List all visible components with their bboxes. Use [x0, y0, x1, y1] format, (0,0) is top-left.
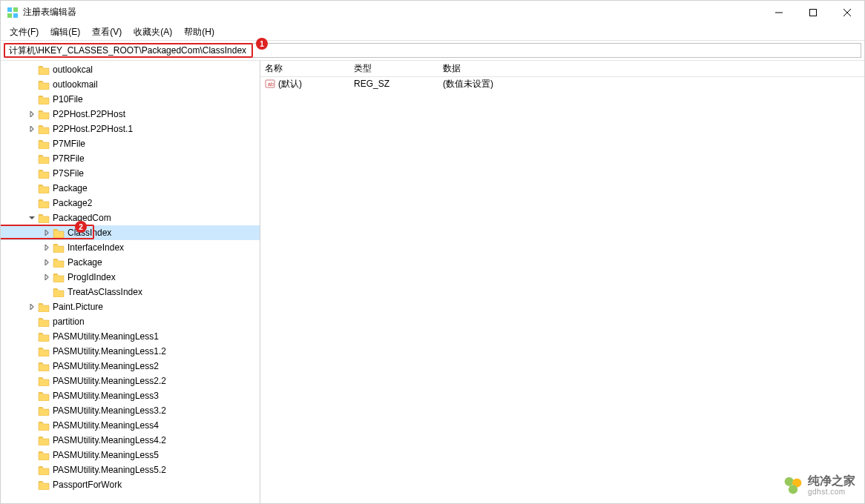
tree-item[interactable]: Paint.Picture — [1, 299, 260, 314]
tree-item-label: P10File — [53, 94, 83, 105]
folder-icon — [38, 109, 50, 119]
tree-item-label: PASMUtility.MeaningLess1.2 — [53, 346, 166, 357]
folder-icon — [53, 242, 65, 253]
address-path: 计算机\HKEY_CLASSES_ROOT\PackagedCom\ClassI… — [9, 44, 246, 57]
chevron-right-icon[interactable] — [42, 273, 51, 282]
expander-placeholder — [27, 421, 36, 430]
tree-item-label: Paint.Picture — [53, 302, 103, 312]
tree-item[interactable]: PASMUtility.MeaningLess1 — [1, 329, 260, 344]
menu-edit[interactable]: 编辑(E) — [45, 24, 86, 40]
folder-icon — [38, 198, 50, 208]
svg-rect-5 — [810, 9, 817, 16]
expander-placeholder — [27, 154, 36, 163]
folder-icon — [38, 64, 50, 75]
col-header-type[interactable]: 类型 — [349, 62, 438, 75]
tree-item[interactable]: P10File — [1, 92, 260, 107]
col-header-data[interactable]: 数据 — [438, 62, 864, 75]
folder-icon — [38, 391, 50, 401]
menu-help[interactable]: 帮助(H) — [178, 24, 220, 40]
svg-rect-0 — [7, 7, 12, 12]
tree-item[interactable]: P2PHost.P2PHost.1 — [1, 122, 260, 136]
tree-item[interactable]: PackagedCom — [1, 210, 260, 225]
tree-item[interactable]: PASMUtility.MeaningLess1.2 — [1, 344, 260, 359]
chevron-down-icon[interactable] — [27, 213, 36, 222]
tree-item-label: PASMUtility.MeaningLess4.2 — [53, 435, 166, 445]
registry-editor-window: 注册表编辑器 文件(F) 编辑(E) 查看(V) 收藏夹(A) 帮助(H) 计算… — [0, 0, 865, 504]
tree-item-label: PASMUtility.MeaningLess5.2 — [53, 465, 166, 475]
chevron-right-icon[interactable] — [27, 125, 36, 133]
tree-item-label: P7SFile — [53, 168, 84, 179]
minimize-button[interactable] — [762, 1, 796, 24]
folder-icon — [38, 405, 50, 416]
chevron-right-icon[interactable] — [27, 302, 36, 311]
tree-item[interactable]: Package — [1, 255, 260, 270]
tree-item[interactable]: outlookcal — [1, 62, 260, 77]
tree-item[interactable]: Package — [1, 181, 260, 196]
expander-placeholder — [27, 80, 36, 89]
tree-item[interactable]: P7SFile — [1, 166, 260, 181]
folder-icon — [38, 331, 50, 342]
expander-placeholder — [27, 139, 36, 148]
tree-item[interactable]: PASMUtility.MeaningLess5 — [1, 448, 260, 462]
chevron-right-icon[interactable] — [42, 243, 51, 252]
folder-icon — [38, 139, 50, 149]
tree-item[interactable]: P7MFile — [1, 136, 260, 151]
maximize-button[interactable] — [796, 1, 830, 24]
tree-item-label: outlookcal — [53, 64, 93, 75]
registry-tree: outlookcaloutlookmailP10FileP2PHost.P2PH… — [1, 62, 260, 492]
value-name: (默认) — [278, 78, 302, 90]
value-type-cell: REG_SZ — [349, 79, 438, 89]
tree-item[interactable]: PassportForWork — [1, 477, 260, 492]
watermark-icon — [783, 475, 803, 496]
address-area: 计算机\HKEY_CLASSES_ROOT\PackagedCom\ClassI… — [1, 41, 864, 60]
list-pane: 名称 类型 数据 ab(默认)REG_SZ(数值未设置) — [260, 61, 864, 503]
menu-bar: 文件(F) 编辑(E) 查看(V) 收藏夹(A) 帮助(H) — [1, 24, 864, 41]
folder-icon — [53, 228, 65, 238]
tree-item-label: P2PHost.P2PHost.1 — [53, 124, 133, 134]
folder-icon — [38, 302, 50, 312]
value-row[interactable]: ab(默认)REG_SZ(数值未设置) — [260, 77, 864, 90]
watermark-sub: gdhst.com — [808, 488, 855, 496]
tree-item[interactable]: outlookmail — [1, 77, 260, 92]
tree-item[interactable]: PASMUtility.MeaningLess4.2 — [1, 433, 260, 448]
tree-pane[interactable]: outlookcaloutlookmailP10FileP2PHost.P2PH… — [1, 61, 260, 503]
menu-file[interactable]: 文件(F) — [4, 24, 45, 40]
value-data-cell: (数值未设置) — [438, 78, 864, 90]
title-bar: 注册表编辑器 — [1, 1, 864, 24]
tree-item-label: PASMUtility.MeaningLess5 — [53, 450, 159, 460]
body-split: outlookcaloutlookmailP10FileP2PHost.P2PH… — [1, 60, 864, 503]
address-bar[interactable]: 计算机\HKEY_CLASSES_ROOT\PackagedCom\ClassI… — [4, 43, 861, 58]
tree-item[interactable]: Package2 — [1, 196, 260, 210]
tree-item[interactable]: PASMUtility.MeaningLess3 — [1, 388, 260, 403]
expander-placeholder — [27, 169, 36, 178]
tree-item[interactable]: TreatAsClassIndex — [1, 285, 260, 299]
expander-placeholder — [27, 332, 36, 341]
tree-item[interactable]: PASMUtility.MeaningLess4 — [1, 418, 260, 433]
menu-favorites[interactable]: 收藏夹(A) — [128, 24, 178, 40]
tree-item-label: outlookmail — [53, 79, 98, 90]
tree-item[interactable]: P2PHost.P2PHost — [1, 107, 260, 122]
folder-icon — [53, 257, 65, 268]
tree-item[interactable]: ProgIdIndex — [1, 270, 260, 285]
folder-icon — [38, 79, 50, 90]
watermark: 纯净之家 gdhst.com — [783, 474, 855, 496]
tree-item[interactable]: PASMUtility.MeaningLess5.2 — [1, 462, 260, 477]
chevron-right-icon[interactable] — [27, 110, 36, 119]
tree-item[interactable]: PASMUtility.MeaningLess3.2 — [1, 403, 260, 418]
col-header-name[interactable]: 名称 — [260, 62, 349, 75]
folder-icon — [38, 153, 50, 164]
tree-item[interactable]: PASMUtility.MeaningLess2 — [1, 359, 260, 374]
chevron-right-icon[interactable] — [42, 228, 51, 237]
tree-item[interactable]: ClassIndex2 — [1, 225, 260, 240]
menu-view[interactable]: 查看(V) — [86, 24, 128, 40]
annotation-badge-2: 2 — [75, 221, 87, 233]
tree-item[interactable]: InterfaceIndex — [1, 240, 260, 255]
tree-item[interactable]: PASMUtility.MeaningLess2.2 — [1, 374, 260, 388]
tree-item[interactable]: P7RFile — [1, 151, 260, 166]
chevron-right-icon[interactable] — [42, 258, 51, 267]
tree-item-label: PASMUtility.MeaningLess2.2 — [53, 376, 166, 386]
list-header: 名称 类型 数据 — [260, 61, 864, 77]
tree-item[interactable]: partition — [1, 314, 260, 329]
close-button[interactable] — [830, 1, 864, 24]
svg-rect-1 — [13, 7, 18, 12]
